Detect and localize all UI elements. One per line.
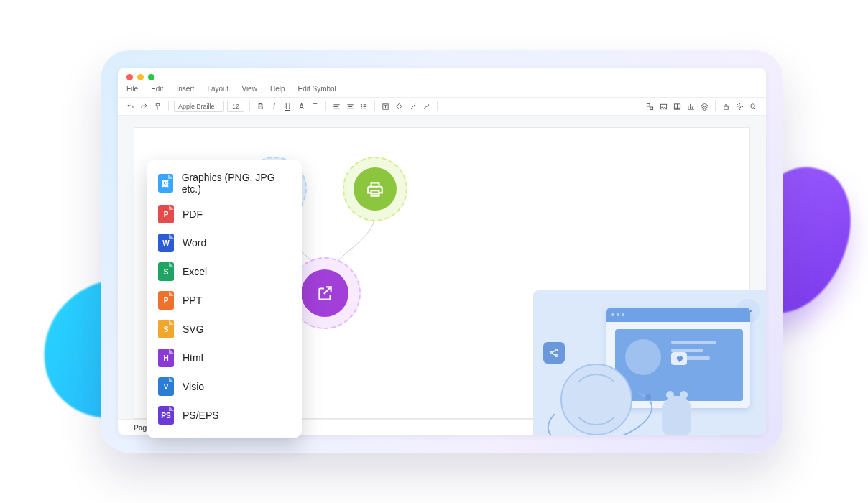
export-icon [301, 269, 348, 317]
share-badge-icon [543, 342, 565, 364]
globe-icon [560, 364, 632, 435]
font-size-select[interactable]: 12 [227, 101, 244, 112]
menu-file[interactable]: File [126, 85, 138, 93]
export-item-label: Excel [183, 266, 207, 277]
menu-edit-symbol[interactable]: Edit Symbol [297, 85, 336, 93]
export-item-label: Visio [183, 381, 204, 392]
export-item-label: Word [183, 237, 206, 249]
chart-icon[interactable] [685, 101, 696, 112]
layers-icon[interactable] [699, 101, 710, 112]
menu-help[interactable]: Help [270, 85, 285, 93]
export-graphics[interactable]: 🖼 Graphics (PNG, JPG etc.) [157, 167, 292, 200]
export-item-label: Html [183, 352, 203, 364]
sharing-illustration [533, 290, 766, 435]
bold-icon[interactable]: B [255, 101, 266, 112]
menu-insert[interactable]: Insert [176, 85, 194, 93]
export-html[interactable]: H Html [157, 343, 292, 372]
excel-file-icon: S [158, 262, 174, 281]
print-icon [354, 167, 397, 211]
format-painter-icon[interactable] [152, 101, 163, 112]
export-svg[interactable]: S SVG [157, 315, 292, 343]
italic-icon[interactable]: I [269, 101, 280, 112]
menubar: File Edit Insert Layout View Help Edit S… [118, 83, 766, 97]
textbox-icon[interactable] [380, 101, 391, 112]
export-item-label: PS/EPS [183, 410, 219, 421]
ps-file-icon: PS [158, 406, 174, 425]
svg-point-11 [751, 103, 755, 108]
svg-file-icon: S [158, 320, 174, 338]
group-icon[interactable] [645, 101, 655, 112]
export-visio[interactable]: V Visio [157, 372, 292, 401]
svg-point-2 [361, 108, 362, 109]
like-badge-icon [671, 352, 687, 365]
export-item-label: PPT [183, 295, 202, 306]
menu-view[interactable]: View [241, 85, 257, 93]
menu-layout[interactable]: Layout [207, 85, 228, 93]
export-word[interactable]: W Word [157, 229, 292, 257]
search-icon[interactable] [748, 101, 759, 112]
svg-rect-4 [647, 103, 650, 106]
export-item-label: Graphics (PNG, JPG etc.) [182, 172, 290, 195]
export-item-label: SVG [183, 323, 204, 335]
word-file-icon: W [158, 234, 174, 252]
align-center-icon[interactable] [345, 101, 356, 112]
svg-rect-9 [724, 106, 729, 109]
font-family-select[interactable]: Apple Braille [174, 101, 224, 112]
pdf-file-icon: P [158, 205, 174, 223]
bear-illustration [662, 396, 691, 435]
font-color-icon[interactable]: A [296, 101, 307, 112]
html-file-icon: H [158, 349, 174, 367]
fill-icon[interactable] [394, 101, 405, 112]
ppt-file-icon: P [158, 291, 174, 310]
image-icon[interactable] [658, 101, 669, 112]
redo-icon[interactable] [139, 101, 149, 112]
export-format-menu: 🖼 Graphics (PNG, JPG etc.) P PDF W Word … [147, 160, 302, 438]
export-ppt[interactable]: P PPT [157, 286, 292, 315]
svg-point-17 [555, 355, 558, 357]
window-zoom-dot[interactable] [148, 74, 154, 80]
menu-edit[interactable]: Edit [151, 85, 163, 93]
bullets-icon[interactable] [359, 101, 369, 112]
window-close-dot[interactable] [126, 74, 133, 80]
window-minimize-dot[interactable] [137, 74, 144, 80]
export-ps-eps[interactable]: PS PS/EPS [157, 401, 292, 430]
svg-point-15 [550, 352, 553, 354]
line-icon[interactable] [407, 101, 418, 112]
text-effects-icon[interactable]: T [310, 101, 320, 112]
svg-point-1 [361, 106, 362, 106]
toolbar: Apple Braille 12 B I U A T [118, 97, 766, 116]
export-item-label: PDF [183, 208, 203, 220]
settings-icon[interactable] [734, 101, 745, 112]
align-left-icon[interactable] [331, 101, 342, 112]
lock-icon[interactable] [721, 101, 731, 112]
svg-point-10 [739, 106, 741, 108]
svg-rect-5 [650, 106, 653, 109]
visio-file-icon: V [158, 377, 174, 396]
connector-icon[interactable] [421, 101, 432, 112]
print-node[interactable] [343, 157, 407, 221]
svg-point-16 [555, 349, 558, 351]
undo-icon[interactable] [125, 101, 136, 112]
export-pdf[interactable]: P PDF [157, 200, 292, 229]
svg-point-0 [361, 104, 362, 105]
graphics-file-icon: 🖼 [158, 174, 173, 193]
window-controls [118, 68, 766, 83]
export-excel[interactable]: S Excel [157, 257, 292, 286]
table-icon[interactable] [672, 101, 683, 112]
underline-icon[interactable]: U [282, 101, 293, 112]
